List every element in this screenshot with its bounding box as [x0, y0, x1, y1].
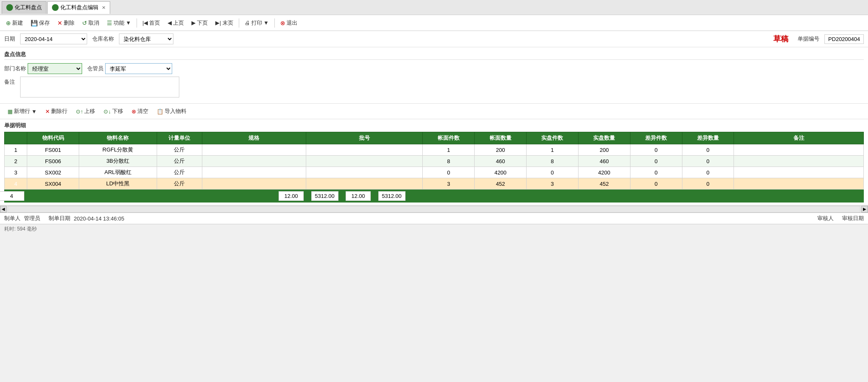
table-row[interactable]: 1 FS001 RGFL分散黄 公斤 1 200 1 200 0 0 [5, 144, 864, 156]
row-name[interactable]: LD中性黑 [79, 178, 157, 190]
summary-act-qty: 12.00 [346, 191, 371, 201]
row-act-amount[interactable]: 200 [578, 144, 630, 156]
row-diff-amount[interactable]: 0 [682, 178, 734, 190]
print-icon: 🖨 [245, 20, 250, 26]
move-down-button[interactable]: ⊙↓ 下移 [100, 106, 127, 116]
info-section: 盘点信息 部门名称 经理室 仓管员 李延军 备注 [0, 47, 868, 104]
tab-inventory-edit[interactable]: 化工料盘点编辑 ✕ [47, 1, 110, 14]
row-unit[interactable]: 公斤 [157, 167, 202, 178]
table-row[interactable]: 3 SX002 ARL弱酸红 公斤 0 4200 0 4200 0 0 [5, 167, 864, 178]
row-act-amount[interactable]: 452 [578, 178, 630, 190]
row-remark[interactable] [734, 144, 864, 156]
last-label: 末页 [222, 19, 233, 27]
row-unit[interactable]: 公斤 [157, 144, 202, 156]
data-table: 物料代码 物料名称 计量单位 规格 批号 帐面件数 帐面数量 实盘件数 实盘数量… [4, 132, 864, 190]
exit-button[interactable]: ⊗ 退出 [277, 18, 301, 28]
creator-field: 制单人 管理员 [4, 215, 40, 222]
last-icon: ▶| [215, 20, 221, 26]
row-code[interactable]: SX002 [27, 167, 79, 178]
move-up-button[interactable]: ⊙↑ 上移 [72, 106, 99, 116]
row-acc-amount[interactable]: 4200 [475, 167, 527, 178]
row-name[interactable]: ARL弱酸红 [79, 167, 157, 178]
cancel-button[interactable]: ↺ 取消 [79, 18, 103, 28]
first-button[interactable]: |◀ 首页 [139, 18, 163, 28]
row-unit[interactable]: 公斤 [157, 178, 202, 190]
row-batch[interactable] [306, 156, 423, 167]
up-label: 上移 [84, 108, 95, 115]
row-diff-amount[interactable]: 0 [682, 167, 734, 178]
col-header-name: 物料名称 [79, 132, 157, 144]
print-dropdown-icon: ▼ [264, 20, 269, 26]
row-acc-amount[interactable]: 200 [475, 144, 527, 156]
row-act-amount[interactable]: 460 [578, 156, 630, 167]
save-button[interactable]: 💾 保存 [27, 18, 53, 28]
row-acc-qty[interactable]: 3 [423, 178, 475, 190]
date-select[interactable]: 2020-04-14 [20, 33, 87, 44]
exit-label: 退出 [287, 19, 297, 27]
tab-inventory[interactable]: 化工料盘点 [2, 1, 46, 14]
row-act-qty[interactable]: 8 [527, 156, 579, 167]
row-unit[interactable]: 公斤 [157, 156, 202, 167]
last-button[interactable]: ▶| 末页 [212, 18, 236, 28]
scroll-track[interactable] [8, 206, 860, 213]
dept-select[interactable]: 经理室 [28, 63, 82, 74]
tab-close-button[interactable]: ✕ [102, 5, 106, 10]
row-act-amount[interactable]: 4200 [578, 167, 630, 178]
row-code[interactable]: SX004 [27, 178, 79, 190]
table-row[interactable]: 4 SX004 LD中性黑 公斤 3 452 3 452 0 0 [5, 178, 864, 190]
func-label: 功能 [114, 19, 124, 27]
row-diff-qty[interactable]: 0 [630, 156, 682, 167]
del-row-button[interactable]: ✕ 删除行 [42, 106, 71, 116]
import-button[interactable]: 📋 导入物料 [153, 106, 190, 116]
row-acc-amount[interactable]: 460 [475, 156, 527, 167]
row-diff-qty[interactable]: 0 [630, 167, 682, 178]
row-code[interactable]: FS006 [27, 156, 79, 167]
row-batch[interactable] [306, 178, 423, 190]
row-spec[interactable] [202, 156, 306, 167]
first-icon: |◀ [142, 20, 148, 26]
row-spec[interactable] [202, 167, 306, 178]
row-diff-amount[interactable]: 0 [682, 156, 734, 167]
row-diff-qty[interactable]: 0 [630, 178, 682, 190]
down-label: 下移 [112, 108, 123, 115]
delete-button[interactable]: ✕ 删除 [54, 18, 78, 28]
row-code[interactable]: FS001 [27, 144, 79, 156]
down-icon: ⊙↓ [103, 108, 111, 115]
row-remark[interactable] [734, 156, 864, 167]
row-spec[interactable] [202, 178, 306, 190]
new-button[interactable]: ⊕ 新建 [3, 18, 26, 28]
row-acc-qty[interactable]: 1 [423, 144, 475, 156]
row-act-qty[interactable]: 0 [527, 167, 579, 178]
row-acc-amount[interactable]: 452 [475, 178, 527, 190]
toolbar-sep-1 [137, 18, 137, 28]
row-name[interactable]: 3B分散红 [79, 156, 157, 167]
warehouse-select[interactable]: 染化料仓库 [119, 33, 173, 44]
manager-select[interactable]: 李延军 [105, 63, 172, 74]
add-row-button[interactable]: ▦ 新增行 ▼ [4, 106, 40, 116]
row-act-qty[interactable]: 3 [527, 178, 579, 190]
add-row-label: 新增行 [14, 108, 30, 115]
row-diff-amount[interactable]: 0 [682, 144, 734, 156]
row-batch[interactable] [306, 144, 423, 156]
scroll-left-button[interactable]: ◀ [0, 206, 7, 213]
scroll-right-button[interactable]: ▶ [861, 206, 868, 213]
tab-icon-2 [52, 4, 59, 11]
row-diff-qty[interactable]: 0 [630, 144, 682, 156]
row-spec[interactable] [202, 144, 306, 156]
row-remark[interactable] [734, 178, 864, 190]
table-row[interactable]: 2 FS006 3B分散红 公斤 8 460 8 460 0 0 [5, 156, 864, 167]
next-button[interactable]: ▶ 下页 [188, 18, 211, 28]
row-acc-qty[interactable]: 8 [423, 156, 475, 167]
del-row-label: 删除行 [51, 108, 67, 115]
row-name[interactable]: RGFL分散黄 [79, 144, 157, 156]
remark-textarea[interactable] [20, 77, 179, 97]
row-batch[interactable] [306, 167, 423, 178]
row-remark[interactable] [734, 167, 864, 178]
row-act-qty[interactable]: 1 [527, 144, 579, 156]
clear-button[interactable]: ⊗ 清空 [128, 106, 152, 116]
manager-label: 仓管员 [87, 65, 103, 72]
prev-button[interactable]: ◀ 上页 [164, 18, 187, 28]
row-acc-qty[interactable]: 0 [423, 167, 475, 178]
print-button[interactable]: 🖨 打印 ▼ [241, 18, 272, 28]
func-button[interactable]: ☰ 功能 ▼ [103, 18, 134, 28]
